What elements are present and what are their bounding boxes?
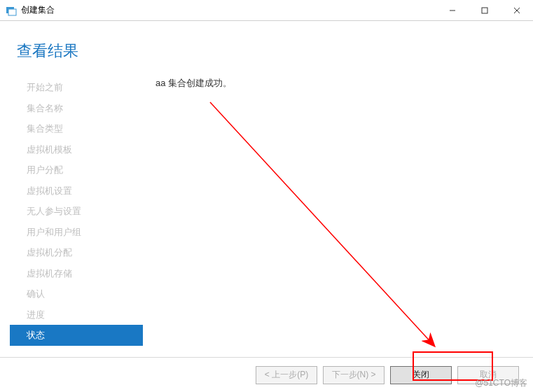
sidebar-item-step-10[interactable]: 确认	[10, 284, 143, 304]
next-button[interactable]: 下一步(N) >	[323, 366, 385, 384]
sidebar-item-step-6[interactable]: 无人参与设置	[10, 201, 143, 222]
sidebar-item-step-4[interactable]: 用户分配	[10, 160, 143, 181]
window-controls	[436, 0, 533, 21]
previous-button[interactable]: < 上一步(P)	[256, 366, 317, 384]
sidebar-item-step-7[interactable]: 用户和用户组	[10, 222, 143, 243]
status-message: aa 集合创建成功。	[155, 77, 513, 90]
maximize-button[interactable]	[469, 0, 501, 21]
sidebar-item-step-9[interactable]: 虚拟机存储	[10, 263, 143, 284]
svg-rect-1	[8, 9, 16, 15]
window-title: 创建集合	[21, 4, 55, 16]
body-area: 开始之前集合名称集合类型虚拟机模板用户分配虚拟机设置无人参与设置用户和用户组虚拟…	[0, 74, 533, 357]
app-icon	[6, 5, 17, 16]
sidebar-item-step-0[interactable]: 开始之前	[10, 77, 143, 98]
cancel-button[interactable]: 取消	[457, 366, 519, 384]
close-wizard-button[interactable]: 关闭	[390, 366, 452, 384]
main-panel: aa 集合创建成功。	[143, 74, 533, 357]
titlebar: 创建集合	[0, 0, 533, 21]
sidebar-item-step-8[interactable]: 虚拟机分配	[10, 242, 143, 263]
sidebar-item-step-1[interactable]: 集合名称	[10, 98, 143, 119]
sidebar-item-step-5[interactable]: 虚拟机设置	[10, 181, 143, 202]
content: 查看结果 开始之前集合名称集合类型虚拟机模板用户分配虚拟机设置无人参与设置用户和…	[0, 21, 533, 392]
wizard-sidebar: 开始之前集合名称集合类型虚拟机模板用户分配虚拟机设置无人参与设置用户和用户组虚拟…	[10, 74, 143, 357]
sidebar-item-step-3[interactable]: 虚拟机模板	[10, 139, 143, 160]
svg-rect-3	[482, 8, 487, 13]
footer: < 上一步(P) 下一步(N) > 关闭 取消	[0, 357, 533, 392]
close-button[interactable]	[501, 0, 533, 21]
page-title: 查看结果	[0, 21, 533, 74]
sidebar-item-step-2[interactable]: 集合类型	[10, 118, 143, 139]
sidebar-item-step-12[interactable]: 状态	[10, 325, 143, 346]
sidebar-item-step-11[interactable]: 进度	[10, 304, 143, 326]
minimize-button[interactable]	[436, 0, 469, 21]
